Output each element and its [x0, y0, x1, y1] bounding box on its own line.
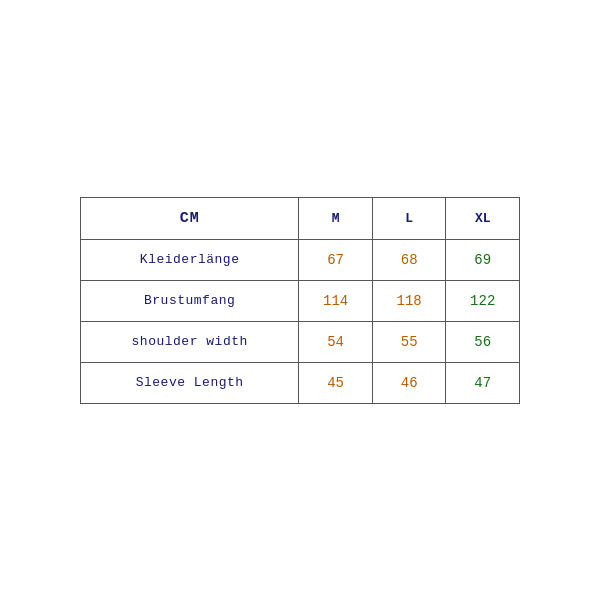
table-header-row: CM M L XL	[81, 197, 520, 239]
size-chart-container: CM M L XL Kleiderlänge676869Brustumfang1…	[80, 197, 520, 404]
size-chart-table: CM M L XL Kleiderlänge676869Brustumfang1…	[80, 197, 520, 404]
val-l: 68	[372, 239, 446, 280]
val-m: 67	[299, 239, 373, 280]
header-l: L	[372, 197, 446, 239]
val-xl: 69	[446, 239, 520, 280]
val-xl: 56	[446, 321, 520, 362]
val-m: 45	[299, 362, 373, 403]
row-label: Sleeve Length	[81, 362, 299, 403]
row-label: Brustumfang	[81, 280, 299, 321]
header-xl: XL	[446, 197, 520, 239]
table-row: shoulder width545556	[81, 321, 520, 362]
header-cm: CM	[81, 197, 299, 239]
val-m: 114	[299, 280, 373, 321]
val-l: 55	[372, 321, 446, 362]
val-l: 46	[372, 362, 446, 403]
val-xl: 47	[446, 362, 520, 403]
val-m: 54	[299, 321, 373, 362]
val-l: 118	[372, 280, 446, 321]
row-label: Kleiderlänge	[81, 239, 299, 280]
row-label: shoulder width	[81, 321, 299, 362]
val-xl: 122	[446, 280, 520, 321]
table-row: Brustumfang114118122	[81, 280, 520, 321]
table-row: Sleeve Length454647	[81, 362, 520, 403]
table-row: Kleiderlänge676869	[81, 239, 520, 280]
header-m: M	[299, 197, 373, 239]
